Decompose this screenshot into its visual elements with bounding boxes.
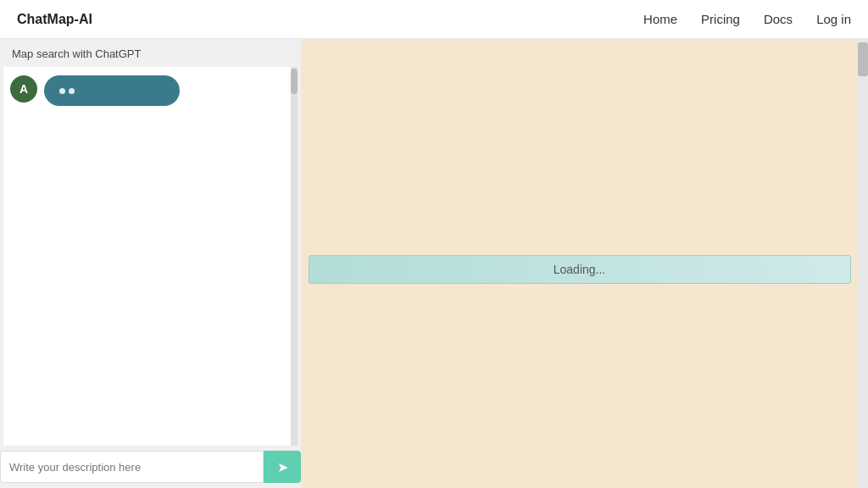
avatar: A: [10, 75, 37, 103]
loading-text: Loading...: [554, 263, 606, 276]
page-scrollbar[interactable]: [858, 39, 868, 488]
send-icon: ➤: [277, 459, 288, 475]
map-area: Loading...: [301, 39, 858, 488]
chat-area: A: [3, 67, 298, 446]
send-button[interactable]: ➤: [264, 451, 301, 483]
nav-links: Home Pricing Docs Log in: [643, 12, 851, 26]
pricing-link[interactable]: Pricing: [701, 12, 740, 26]
scroll-bar[interactable]: [291, 67, 298, 446]
page-scroll-thumb: [858, 42, 868, 76]
app-logo: ChatMap-AI: [17, 12, 92, 27]
login-link[interactable]: Log in: [816, 12, 851, 26]
loading-bar-container: Loading...: [301, 255, 858, 284]
chat-bubble: [44, 75, 180, 106]
home-link[interactable]: Home: [643, 12, 677, 26]
input-area: ➤: [0, 446, 301, 488]
navbar: ChatMap-AI Home Pricing Docs Log in: [0, 0, 868, 39]
loading-bar: Loading...: [309, 255, 851, 284]
dot-2: [69, 88, 75, 94]
panel-title: Map search with ChatGPT: [0, 39, 301, 67]
typing-dots: [59, 88, 75, 94]
chat-message-row: A: [10, 75, 291, 106]
scroll-thumb: [291, 69, 298, 94]
sidebar-panel: Map search with ChatGPT A ➤: [0, 39, 301, 488]
chat-input[interactable]: [0, 451, 264, 483]
dot-1: [59, 88, 65, 94]
page-wrapper: Map search with ChatGPT A ➤: [0, 39, 868, 488]
docs-link[interactable]: Docs: [764, 12, 793, 26]
